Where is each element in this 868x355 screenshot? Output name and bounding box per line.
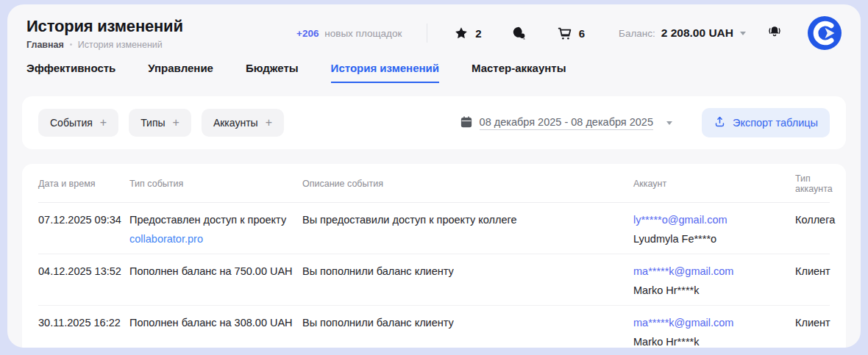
cell-datetime: 04.12.2025 13:52 xyxy=(38,254,129,306)
tab-effectiveness[interactable]: Эффективность xyxy=(26,62,115,83)
tab-master-accounts[interactable]: Мастер-аккаунты xyxy=(472,62,566,83)
calendar-icon xyxy=(460,115,473,131)
balance-value: 2 208.00 UAH xyxy=(661,26,733,40)
event-type-text: Предоставлен доступ к проекту xyxy=(129,212,296,227)
favorites-count: 2 xyxy=(475,27,481,40)
cell-description: Вы предоставили доступ к проекту коллеге xyxy=(302,203,633,254)
header-widgets: +206 новых площадок 2 xyxy=(296,16,842,50)
header-divider xyxy=(427,24,427,43)
date-range-picker[interactable]: 08 декабря 2025 - 08 декабря 2025 xyxy=(460,115,672,131)
project-link[interactable]: collaborator.pro xyxy=(129,233,203,245)
event-type-text: Пополнен баланс на 750.00 UAH xyxy=(129,264,296,279)
new-platforms-count: +206 xyxy=(296,28,319,39)
upload-icon xyxy=(714,115,726,130)
cell-account: ma*****k@gmail.com Marko Hr****k xyxy=(633,254,795,306)
star-icon xyxy=(454,26,469,40)
collaborator-logo[interactable] xyxy=(808,16,842,50)
breadcrumb-home[interactable]: Главная xyxy=(26,40,64,50)
new-platforms-label: новых площадок xyxy=(324,28,402,39)
filter-chip-label: Аккаунты xyxy=(213,117,258,129)
page-header: История изменений Главная История измене… xyxy=(7,4,861,50)
tab-change-history[interactable]: История изменений xyxy=(331,62,439,83)
cell-event-type: Предоставлен доступ к проекту collaborat… xyxy=(129,203,302,254)
balance-dropdown[interactable]: Баланс: 2 208.00 UAH xyxy=(619,26,746,40)
cell-account: ma*****k@gmail.com Marko Hr****k xyxy=(633,306,795,348)
app-window: История изменений Главная История измене… xyxy=(7,4,861,348)
filter-panel: События + Типы + Аккаунты + xyxy=(22,96,846,149)
new-platforms-link[interactable]: +206 новых площадок xyxy=(296,28,402,39)
col-account-type: Тип аккаунта xyxy=(795,164,830,203)
export-table-label: Экспорт таблицы xyxy=(733,117,818,129)
filter-right: 08 декабря 2025 - 08 декабря 2025 Экспор… xyxy=(460,108,830,137)
cell-datetime: 30.11.2025 16:22 xyxy=(38,306,129,348)
account-name: Marko Hr****k xyxy=(633,334,789,348)
account-name: Marko Hr****k xyxy=(633,283,789,298)
table-row: 07.12.2025 09:34 Предоставлен доступ к п… xyxy=(38,203,830,254)
favorites-counter[interactable]: 2 xyxy=(454,26,481,40)
page-title: История изменений xyxy=(26,17,183,36)
table-row: 30.11.2025 16:22 Пополнен баланс на 308.… xyxy=(38,306,830,348)
account-email-link[interactable]: ma*****k@gmail.com xyxy=(633,317,733,329)
chevron-down-icon xyxy=(666,121,672,125)
table-header-row: Дата и время Тип события Описание событи… xyxy=(38,164,830,203)
chevron-down-icon xyxy=(740,32,746,35)
cell-datetime: 07.12.2025 09:34 xyxy=(38,203,129,254)
filter-chip-events[interactable]: События + xyxy=(38,109,118,137)
table-row: 04.12.2025 13:52 Пополнен баланс на 750.… xyxy=(38,254,830,306)
cell-account: ly*****o@gmail.com Lyudmyla Fe****o xyxy=(633,203,795,254)
history-table: Дата и время Тип события Описание событи… xyxy=(38,164,830,348)
cell-event-type: Пополнен баланс на 750.00 UAH xyxy=(129,254,302,306)
notifications-icon[interactable] xyxy=(766,24,783,43)
cell-account-type: Клиент xyxy=(795,254,830,306)
filter-chips: События + Типы + Аккаунты + xyxy=(38,109,284,137)
breadcrumb: Главная История изменений xyxy=(26,40,183,50)
plus-icon: + xyxy=(266,117,272,129)
account-email-link[interactable]: ly*****o@gmail.com xyxy=(633,214,728,226)
cell-description: Вы пополнили баланс клиенту xyxy=(302,254,633,306)
filter-chip-label: Типы xyxy=(140,117,165,129)
balance-label: Баланс: xyxy=(619,28,655,39)
filter-chip-types[interactable]: Типы + xyxy=(129,109,191,137)
cell-description: Вы пополнили баланс клиенту xyxy=(302,306,633,348)
tab-management[interactable]: Управление xyxy=(148,62,213,83)
date-range-value: 08 декабря 2025 - 08 декабря 2025 xyxy=(480,116,653,130)
account-name: Lyudmyla Fe****o xyxy=(633,232,789,246)
cart-count: 6 xyxy=(579,27,585,40)
chat-button[interactable] xyxy=(511,25,527,41)
cart-counter[interactable]: 6 xyxy=(557,26,585,41)
col-datetime: Дата и время xyxy=(38,164,129,203)
filter-chip-label: События xyxy=(50,117,93,129)
col-event-type: Тип события xyxy=(129,164,302,203)
cell-account-type: Клиент xyxy=(795,306,830,348)
cart-icon xyxy=(557,26,572,41)
cell-account-type: Коллега xyxy=(795,203,830,254)
filter-chip-accounts[interactable]: Аккаунты + xyxy=(202,109,284,137)
col-description: Описание события xyxy=(302,164,633,203)
account-email-link[interactable]: ma*****k@gmail.com xyxy=(633,265,733,277)
chat-icon xyxy=(511,25,527,41)
history-table-card: Дата и время Тип события Описание событи… xyxy=(22,164,846,348)
plus-icon: + xyxy=(173,117,179,129)
event-type-text: Пополнен баланс на 308.00 UAH xyxy=(129,315,296,330)
tab-budgets[interactable]: Бюджеты xyxy=(246,62,299,83)
export-table-button[interactable]: Экспорт таблицы xyxy=(702,108,830,137)
title-block: История изменений Главная История измене… xyxy=(26,17,183,50)
breadcrumb-current: История изменений xyxy=(78,40,163,50)
tab-bar: Эффективность Управление Бюджеты История… xyxy=(7,62,861,83)
col-account: Аккаунт xyxy=(633,164,795,203)
plus-icon: + xyxy=(100,117,107,129)
cell-event-type: Пополнен баланс на 308.00 UAH xyxy=(129,306,302,348)
breadcrumb-separator xyxy=(70,43,72,46)
